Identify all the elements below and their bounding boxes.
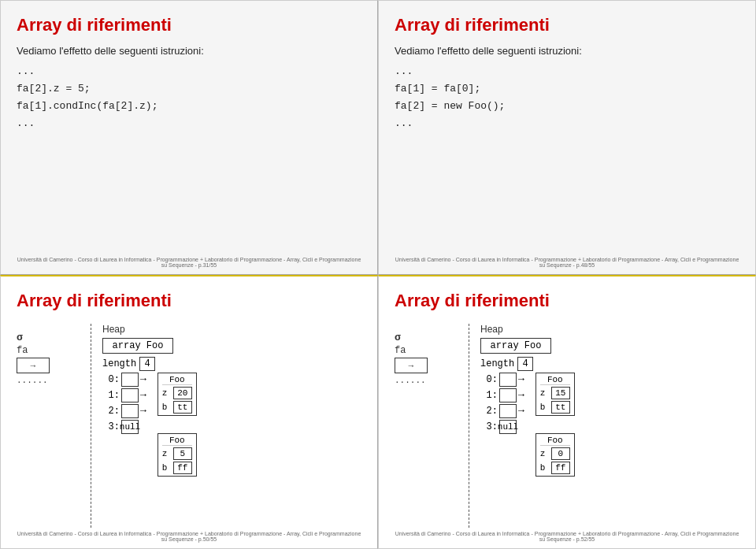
fa-dots-left: ...... (17, 375, 48, 387)
foo-z-row-1-right: z 15 (540, 387, 570, 399)
cell-1-left (121, 388, 139, 402)
diagram-bottom-right: σ fa → ...... Heap array Foo length 4 (395, 324, 739, 529)
sigma-label-left: σ (17, 332, 23, 343)
array-row-1-left: 1: → (102, 388, 146, 402)
length-key-left: length (102, 358, 136, 369)
title-bottom-right: Array di riferimenti (395, 291, 739, 311)
array-foo-label-right: array Foo (480, 338, 551, 354)
panel-top-right: Array di riferimenti Vediamo l'effetto d… (378, 0, 756, 275)
null-label-left: null (120, 422, 140, 432)
foo-title-2-left: Foo (162, 436, 192, 446)
spacer-left (158, 417, 197, 433)
array-and-foos-right: 0: → 1: → 2: (480, 373, 575, 477)
cell-0-left (121, 373, 139, 387)
foo-b-row-2-left: b ff (162, 462, 192, 474)
idx-2-left: 2: (102, 406, 120, 417)
foo-z-val-1-left: 20 (173, 387, 192, 399)
foo-title-2-right: Foo (540, 436, 570, 446)
foo-objects-right: Foo z 15 b tt (536, 373, 575, 477)
heap-label-left: Heap (102, 324, 197, 335)
cell-2-right (499, 404, 517, 418)
foo-b-key-1-right: b (540, 402, 551, 412)
arrow-1-right: → (518, 389, 524, 401)
array-row-0-left: 0: → (102, 373, 146, 387)
fa-arrow-right: → (407, 361, 416, 370)
body-top-left: Vediamo l'effetto delle seguenti istruzi… (17, 43, 361, 132)
code-line-r4: ... (395, 115, 739, 132)
cell-3-right: null (499, 420, 517, 434)
code-top-left: ... fa[2].z = 5; fa[1].condInc(fa[2].z);… (17, 63, 361, 132)
length-row-right: length 4 (480, 357, 575, 371)
foo-b-key-1-left: b (162, 402, 173, 412)
panel-top-left: Array di riferimenti Vediamo l'effetto d… (0, 0, 378, 275)
foo-z-key-2-left: z (162, 449, 173, 458)
cell-0-right (499, 373, 517, 387)
arrow-0-left: → (140, 373, 146, 385)
foo-box-1-right: Foo z 15 b tt (536, 373, 575, 416)
footer-bottom-right: Università di Camerino - Corso di Laurea… (395, 528, 739, 542)
foo-z-key-1-left: z (162, 388, 173, 398)
arrow-1-left: → (140, 389, 146, 401)
panel-bottom-left: Array di riferimenti σ fa → ...... Heap … (0, 275, 378, 550)
array-rows-left: 0: → 1: → 2: (102, 373, 146, 436)
foo-z-key-2-right: z (540, 449, 551, 458)
foo-z-val-1-right: 15 (551, 387, 570, 399)
footer-top-left: Università di Camerino - Corso di Laurea… (17, 254, 361, 268)
main-grid: Array di riferimenti Vediamo l'effetto d… (0, 0, 756, 549)
foo-z-key-1-right: z (540, 388, 551, 398)
sigma-col-right: σ fa → ...... (395, 324, 458, 529)
footer-top-right: Università di Camerino - Corso di Laurea… (395, 254, 739, 268)
foo-b-key-2-right: b (540, 463, 551, 473)
fa-cell-left: → (17, 358, 50, 373)
dashed-line-left (91, 324, 91, 529)
foo-z-val-2-left: 5 (173, 447, 192, 460)
array-foo-label-left: array Foo (102, 338, 173, 354)
code-line-1: ... (17, 63, 361, 80)
code-line-r1: ... (395, 63, 739, 80)
idx-1-right: 1: (480, 390, 498, 401)
cell-2-left (121, 404, 139, 418)
foo-box-2-right: Foo z 0 b ff (536, 433, 575, 477)
title-top-right: Array di riferimenti (395, 15, 739, 35)
heap-section-right: Heap array Foo length 4 0: → (480, 324, 575, 529)
arrow-2-left: → (140, 405, 146, 417)
foo-objects-left: Foo z 20 b tt (158, 373, 197, 477)
cell-3-left: null (121, 420, 139, 434)
code-top-right: ... fa[1] = fa[0]; fa[2] = new Foo(); ..… (395, 63, 739, 132)
dashed-line-right (469, 324, 469, 529)
foo-z-row-2-left: z 5 (162, 447, 192, 460)
foo-b-val-1-left: tt (173, 401, 192, 414)
code-line-4: ... (17, 115, 361, 132)
length-val-right: 4 (517, 357, 533, 371)
idx-0-right: 0: (480, 374, 498, 385)
arrow-0-right: → (518, 373, 524, 385)
idx-0-left: 0: (102, 374, 120, 385)
length-row-left: length 4 (102, 357, 197, 371)
foo-b-val-2-right: ff (551, 462, 570, 474)
diagram-bottom-left: σ fa → ...... Heap array Foo length 4 (17, 324, 361, 529)
foo-b-row-1-right: b tt (540, 401, 570, 414)
array-row-3-left: 3: null (102, 420, 146, 434)
array-row-2-left: 2: → (102, 404, 146, 418)
code-line-r2: fa[1] = fa[0]; (395, 80, 739, 98)
foo-b-row-2-right: b ff (540, 462, 570, 474)
foo-b-val-2-left: ff (173, 462, 192, 474)
footer-bottom-left: Università di Camerino - Corso di Laurea… (17, 528, 361, 542)
length-key-right: length (480, 358, 514, 369)
array-and-foos-left: 0: → 1: → 2: (102, 373, 197, 477)
idx-3-left: 3: (102, 421, 120, 432)
fa-label-right: fa (395, 345, 406, 356)
array-row-3-right: 3: null (480, 420, 524, 434)
fa-label-left: fa (17, 345, 28, 356)
intro-top-right: Vediamo l'effetto delle seguenti istruzi… (395, 43, 739, 60)
foo-b-val-1-right: tt (551, 401, 570, 414)
idx-3-right: 3: (480, 421, 498, 432)
title-bottom-left: Array di riferimenti (17, 291, 361, 311)
panel-bottom-right: Array di riferimenti σ fa → ...... Heap … (378, 275, 756, 550)
foo-b-row-1-left: b tt (162, 401, 192, 414)
array-row-0-right: 0: → (480, 373, 524, 387)
body-top-right: Vediamo l'effetto delle seguenti istruzi… (395, 43, 739, 132)
arrow-2-right: → (518, 405, 524, 417)
foo-title-1-right: Foo (540, 375, 570, 385)
foo-z-row-2-right: z 0 (540, 447, 570, 460)
